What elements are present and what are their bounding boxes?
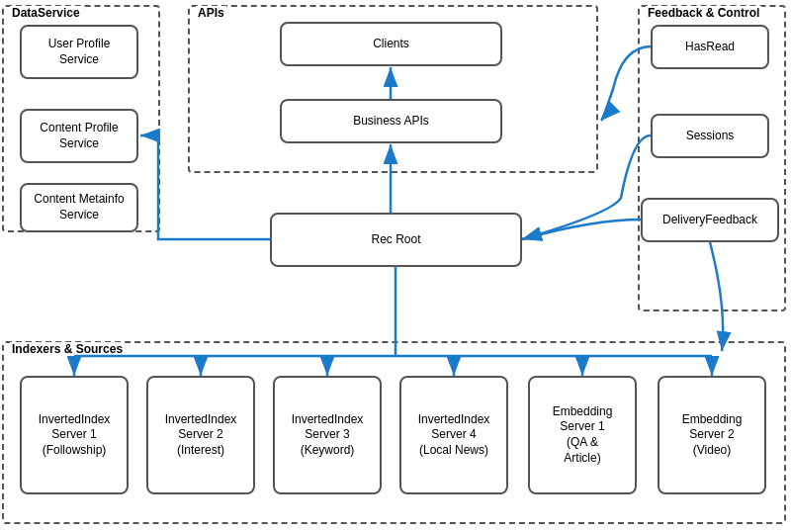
- inverted-index-1-box: InvertedIndex Server 1 (Followship): [20, 376, 129, 494]
- inverted-index-3-box: InvertedIndex Server 3 (Keyword): [273, 376, 382, 494]
- diagram: DataService APIs Feedback & Control Inde…: [0, 0, 791, 532]
- content-metainfo-service-box: Content Metainfo Service: [20, 183, 138, 232]
- indexers-label: Indexers & Sources: [10, 342, 125, 356]
- sessions-box: Sessions: [651, 114, 769, 158]
- dataservice-label: DataService: [10, 6, 82, 20]
- inverted-index-2-box: InvertedIndex Server 2 (Interest): [146, 376, 255, 494]
- content-profile-service-box: Content Profile Service: [20, 109, 138, 163]
- delivery-feedback-box: DeliveryFeedback: [641, 198, 779, 242]
- embedding-1-box: Embedding Server 1 (QA & Article): [528, 376, 637, 494]
- hasread-box: HasRead: [651, 25, 769, 69]
- feedback-label: Feedback & Control: [646, 6, 761, 20]
- embedding-2-box: Embedding Server 2 (Video): [658, 376, 766, 494]
- rec-root-box: Rec Root: [270, 213, 522, 267]
- business-apis-box: Business APIs: [280, 99, 502, 143]
- user-profile-service-box: User Profile Service: [20, 25, 138, 79]
- clients-box: Clients: [280, 22, 502, 66]
- apis-label: APIs: [196, 6, 226, 20]
- inverted-index-4-box: InvertedIndex Server 4 (Local News): [399, 376, 508, 494]
